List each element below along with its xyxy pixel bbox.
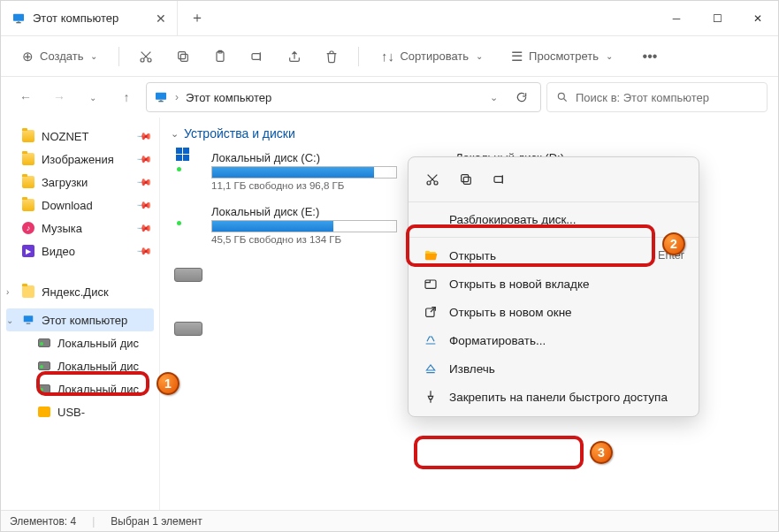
ctx-pin-quick[interactable]: Закрепить на панели быстрого доступа <box>409 383 699 411</box>
svg-rect-2 <box>18 20 20 21</box>
eject-icon <box>423 361 439 376</box>
search-input[interactable]: Поиск в: Этот компьютер <box>546 82 768 112</box>
status-bar: Элементов: 4 | Выбран 1 элемент <box>1 510 778 531</box>
svg-rect-21 <box>425 280 436 288</box>
pin-icon <box>423 390 439 404</box>
view-icon: ☰ <box>509 49 523 64</box>
sidebar-item-thispc[interactable]: ⌄ Этот компьютер <box>6 308 154 331</box>
address-dropdown-icon[interactable]: ⌄ <box>485 92 503 103</box>
pin-icon: 📌 <box>135 173 152 190</box>
usb-lock-icon <box>38 407 50 417</box>
ctx-eject[interactable]: Извлечь <box>409 354 699 383</box>
drive-c[interactable]: Локальный диск (C:) 11,1 ГБ свободно из … <box>171 148 401 194</box>
this-pc-icon <box>154 90 168 104</box>
ctx-open[interactable]: Открыть Enter <box>409 241 699 270</box>
svg-rect-9 <box>252 53 260 59</box>
video-icon: ▶ <box>22 245 34 257</box>
new-tab-button[interactable]: ＋ <box>178 9 217 27</box>
breadcrumb[interactable]: Этот компьютер <box>186 91 271 104</box>
chevron-right-icon: › <box>175 91 179 103</box>
maximize-button[interactable]: ☐ <box>697 1 737 36</box>
sidebar-item-usb[interactable]: USB- <box>1 400 159 423</box>
cut-button[interactable] <box>132 42 160 71</box>
delete-button[interactable] <box>317 42 346 71</box>
annotation-badge-1: 1 <box>157 372 179 395</box>
copy-button[interactable] <box>169 42 197 71</box>
ctx-copy-button[interactable] <box>451 166 481 193</box>
tab-close-icon[interactable]: ✕ <box>156 11 166 26</box>
plus-circle-icon: ⊕ <box>20 49 34 64</box>
disk-icon <box>174 205 202 228</box>
folder-icon <box>22 153 34 165</box>
title-bar: Этот компьютер ✕ ＋ ─ ☐ ✕ <box>1 1 778 36</box>
recent-button[interactable]: ⌄ <box>79 83 107 111</box>
sidebar-item-images[interactable]: Изображения📌 <box>1 148 159 171</box>
yandex-disk-icon <box>22 285 34 298</box>
status-selection: Выбран 1 элемент <box>111 515 202 528</box>
folder-icon <box>22 176 34 188</box>
annotation-badge-2: 2 <box>662 232 685 255</box>
refresh-button[interactable] <box>510 91 533 103</box>
chevron-down-icon: ⌄ <box>90 51 97 61</box>
more-button[interactable]: ••• <box>636 42 664 71</box>
sort-button[interactable]: ↑↓ Сортировать ⌄ <box>371 44 492 69</box>
svg-rect-12 <box>160 100 163 101</box>
drive-name: Локальный диск (C:) <box>211 151 397 164</box>
svg-point-13 <box>558 93 564 99</box>
drive-e[interactable]: Локальный диск (E:) 45,5 ГБ свободно из … <box>171 201 401 248</box>
folder-icon <box>22 130 34 142</box>
ctx-rename-button[interactable] <box>485 166 515 193</box>
format-icon <box>423 333 439 347</box>
drive-subtext: 45,5 ГБ свободно из 134 ГБ <box>211 234 397 245</box>
ctx-format[interactable]: Форматировать... <box>409 326 699 354</box>
create-button[interactable]: ⊕ Создать ⌄ <box>11 44 106 69</box>
chevron-down-icon[interactable]: ⌄ <box>6 315 13 325</box>
this-pc-icon <box>22 314 34 326</box>
paste-button[interactable] <box>206 42 234 71</box>
capacity-bar <box>211 220 397 232</box>
ctx-unlock[interactable]: Разблокировать диск... <box>409 206 699 233</box>
svg-rect-14 <box>24 315 34 322</box>
pin-icon: 📌 <box>135 196 152 213</box>
sidebar-item-local-disk[interactable]: Локальный дис <box>1 354 159 377</box>
disk-icon <box>38 338 50 347</box>
toolbar: ⊕ Создать ⌄ ↑↓ Сортировать ⌄ ☰ Просмотре… <box>1 36 778 77</box>
sidebar-item-download[interactable]: Download📌 <box>1 194 159 217</box>
svg-rect-10 <box>156 93 166 100</box>
forward-button[interactable]: → <box>45 83 73 111</box>
up-button[interactable]: ↑ <box>112 83 141 111</box>
svg-rect-19 <box>462 175 469 182</box>
pin-icon: 📌 <box>135 150 152 167</box>
close-button[interactable]: ✕ <box>737 1 778 36</box>
sidebar-item-noznet[interactable]: NOZNET📌 <box>1 125 159 148</box>
folder-open-icon <box>423 248 439 262</box>
chevron-down-icon: ⌄ <box>476 51 483 61</box>
capacity-bar <box>211 166 397 179</box>
share-button[interactable] <box>280 42 309 71</box>
sidebar-item-downloads[interactable]: Загрузки📌 <box>1 171 159 194</box>
sidebar-item-video[interactable]: ▶Видео📌 <box>1 239 159 262</box>
svg-rect-1 <box>16 22 20 23</box>
sidebar-item-local-disk[interactable]: Локальный дис <box>1 377 159 400</box>
ctx-open-tab[interactable]: Открыть в новой вкладке <box>409 270 699 298</box>
window-tab[interactable]: Этот компьютер ✕ <box>1 1 178 36</box>
ctx-cut-button[interactable] <box>417 166 447 193</box>
chevron-right-icon[interactable]: › <box>6 287 9 297</box>
group-header[interactable]: ⌄ Устройства и диски <box>171 123 768 148</box>
ctx-open-window[interactable]: Открыть в новом окне <box>409 298 699 326</box>
sidebar-item-local-disk[interactable]: Локальный дис <box>1 331 159 354</box>
address-bar[interactable]: › Этот компьютер ⌄ <box>146 82 541 112</box>
sidebar: NOZNET📌 Изображения📌 Загрузки📌 Download📌… <box>1 118 160 510</box>
sidebar-item-yandex[interactable]: ›Яндекс.Диск <box>1 280 159 303</box>
view-button[interactable]: ☰ Просмотреть ⌄ <box>500 44 622 69</box>
svg-rect-5 <box>181 54 188 61</box>
search-placeholder: Поиск в: Этот компьютер <box>576 91 709 104</box>
tab-title: Этот компьютер <box>33 11 118 25</box>
minimize-button[interactable]: ─ <box>656 1 697 36</box>
back-button[interactable]: ← <box>11 83 40 111</box>
rename-button[interactable] <box>243 42 271 71</box>
address-row: ← → ⌄ ↑ › Этот компьютер ⌄ Поиск в: Этот… <box>1 77 778 118</box>
drive-subtext: 11,1 ГБ свободно из 96,8 ГБ <box>211 180 397 191</box>
sidebar-item-music[interactable]: ♪Музыка📌 <box>1 217 159 239</box>
svg-rect-6 <box>179 51 186 58</box>
